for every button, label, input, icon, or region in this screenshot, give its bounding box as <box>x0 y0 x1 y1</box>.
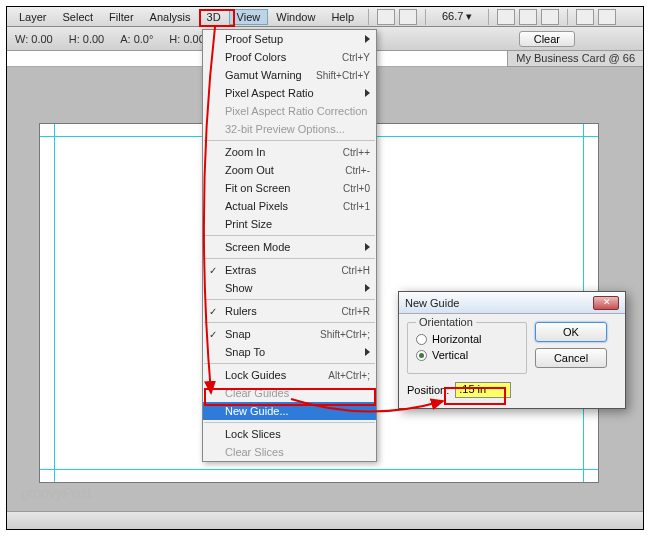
menu-analysis[interactable]: Analysis <box>142 9 199 25</box>
menu-item-label: Clear Guides <box>225 387 370 399</box>
menu-item[interactable]: Lock GuidesAlt+Ctrl+; <box>203 366 376 384</box>
menu-item[interactable]: Screen Mode <box>203 238 376 256</box>
menu-shortcut: Ctrl+Y <box>342 52 370 63</box>
menu-item[interactable]: Fit on ScreenCtrl+0 <box>203 179 376 197</box>
dialog-title: New Guide <box>405 297 593 309</box>
menu-item-label: Rulers <box>225 305 341 317</box>
menu-shortcut: Ctrl+- <box>345 165 370 176</box>
menu-item-label: 32-bit Preview Options... <box>225 123 370 135</box>
document-tab[interactable]: My Business Card @ 66 <box>507 51 643 67</box>
fieldset-legend: Orientation <box>416 316 476 328</box>
menu-separator <box>204 299 375 300</box>
arrange-icon[interactable] <box>576 9 594 25</box>
guide-h <box>40 469 598 470</box>
menu-item: Clear Guides <box>203 384 376 402</box>
menu-item-label: Screen Mode <box>225 241 370 253</box>
menu-separator <box>204 422 375 423</box>
submenu-arrow-icon <box>365 243 370 251</box>
screenmode2-icon[interactable] <box>598 9 616 25</box>
menu-item-label: Zoom In <box>225 146 343 158</box>
menu-item-label: Gamut Warning <box>225 69 316 81</box>
menu-separator <box>204 363 375 364</box>
menu-separator <box>204 235 375 236</box>
menu-item[interactable]: Proof ColorsCtrl+Y <box>203 48 376 66</box>
menu-view[interactable]: View <box>229 9 269 25</box>
menu-item-label: Actual Pixels <box>225 200 343 212</box>
position-label: Position: <box>407 384 449 396</box>
menu-shortcut: Alt+Ctrl+; <box>328 370 370 381</box>
menu-item-label: Fit on Screen <box>225 182 343 194</box>
radio-horizontal[interactable]: Horizontal <box>416 333 518 345</box>
opt-w: W: 0.00 <box>15 33 53 45</box>
view-dropdown: Proof SetupProof ColorsCtrl+YGamut Warni… <box>202 29 377 462</box>
menu-shortcut: Ctrl+1 <box>343 201 370 212</box>
position-input[interactable]: .15 in <box>455 382 511 398</box>
menu-filter[interactable]: Filter <box>101 9 141 25</box>
rotate-icon[interactable] <box>541 9 559 25</box>
menu-item[interactable]: RulersCtrl+R <box>203 302 376 320</box>
menu-layer[interactable]: Layer <box>11 9 55 25</box>
guide-v <box>54 124 55 482</box>
clear-button[interactable]: Clear <box>519 31 575 47</box>
menu-separator <box>204 258 375 259</box>
menu-item[interactable]: Print Size <box>203 215 376 233</box>
separator <box>488 9 489 25</box>
ok-button[interactable]: OK <box>535 322 607 342</box>
menu-item-label: Lock Guides <box>225 369 328 381</box>
menu-item[interactable]: SnapShift+Ctrl+; <box>203 325 376 343</box>
menu-separator <box>204 140 375 141</box>
dialog-titlebar[interactable]: New Guide <box>399 292 625 314</box>
menu-item: 32-bit Preview Options... <box>203 120 376 138</box>
radio-label: Vertical <box>432 349 468 361</box>
menu-item[interactable]: Zoom OutCtrl+- <box>203 161 376 179</box>
radio-icon <box>416 334 427 345</box>
menu-item-label: New Guide... <box>225 405 370 417</box>
menu-3d[interactable]: 3D <box>199 9 229 25</box>
close-icon[interactable] <box>593 296 619 310</box>
menu-item: Pixel Aspect Ratio Correction <box>203 102 376 120</box>
submenu-arrow-icon <box>365 284 370 292</box>
menu-item[interactable]: Gamut WarningShift+Ctrl+Y <box>203 66 376 84</box>
menu-select[interactable]: Select <box>55 9 102 25</box>
menu-item[interactable]: ExtrasCtrl+H <box>203 261 376 279</box>
menu-window[interactable]: Window <box>268 9 323 25</box>
menu-separator <box>204 322 375 323</box>
opt-h: H: 0.00 <box>69 33 104 45</box>
menu-item[interactable]: Lock Slices <box>203 425 376 443</box>
radio-vertical[interactable]: Vertical <box>416 349 518 361</box>
opt-h2: H: 0.00 <box>169 33 204 45</box>
separator <box>368 9 369 25</box>
menu-item-label: Pixel Aspect Ratio <box>225 87 370 99</box>
menu-item[interactable]: Pixel Aspect Ratio <box>203 84 376 102</box>
watermark: groovyPost. <box>21 485 95 501</box>
menu-item-label: Proof Setup <box>225 33 370 45</box>
menu-item[interactable]: Zoom InCtrl++ <box>203 143 376 161</box>
menu-item-label: Pixel Aspect Ratio Correction <box>225 105 370 117</box>
menu-item[interactable]: Snap To <box>203 343 376 361</box>
menu-item[interactable]: New Guide... <box>203 402 376 420</box>
check-icon <box>209 328 219 338</box>
zoom-level[interactable]: 66.7 ▾ <box>442 10 472 23</box>
separator <box>425 9 426 25</box>
screenmode-icon[interactable] <box>399 9 417 25</box>
menu-item[interactable]: Show <box>203 279 376 297</box>
check-icon <box>209 305 219 315</box>
menu-shortcut: Shift+Ctrl+Y <box>316 70 370 81</box>
menu-item-label: Print Size <box>225 218 370 230</box>
zoom-icon[interactable] <box>519 9 537 25</box>
menu-item[interactable]: Proof Setup <box>203 30 376 48</box>
menu-item-label: Snap <box>225 328 320 340</box>
menu-shortcut: Ctrl++ <box>343 147 370 158</box>
menu-item-label: Proof Colors <box>225 51 342 63</box>
menu-help[interactable]: Help <box>323 9 362 25</box>
menu-item-label: Show <box>225 282 370 294</box>
hand-icon[interactable] <box>497 9 515 25</box>
bridge-icon[interactable] <box>377 9 395 25</box>
cancel-button[interactable]: Cancel <box>535 348 607 368</box>
menu-item[interactable]: Actual PixelsCtrl+1 <box>203 197 376 215</box>
menu-item-label: Zoom Out <box>225 164 345 176</box>
menu-shortcut: Shift+Ctrl+; <box>320 329 370 340</box>
menu-item: Clear Slices <box>203 443 376 461</box>
separator <box>567 9 568 25</box>
opt-a: A: 0.0° <box>120 33 153 45</box>
